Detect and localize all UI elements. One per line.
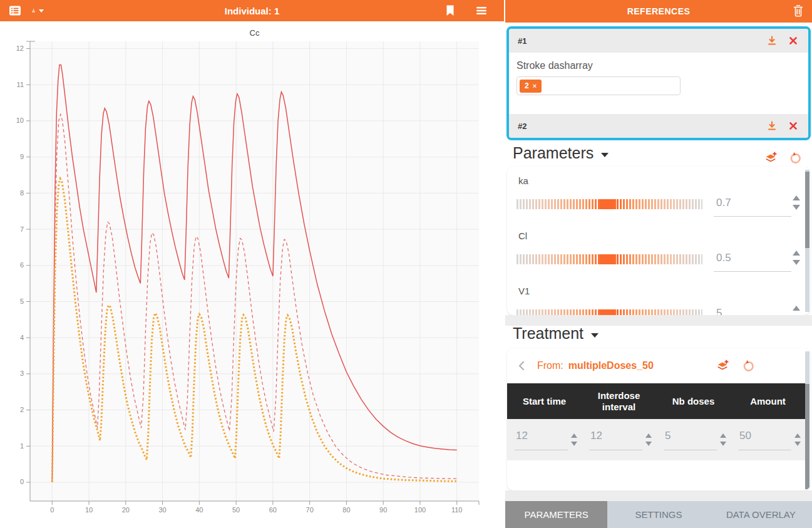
section-divider — [505, 490, 812, 501]
treatment-from-row: From: multipleDoses_50 — [507, 348, 810, 383]
treatment-scrollbar-thumb[interactable] — [805, 384, 809, 489]
reference-item-2-header[interactable]: #2 — [509, 114, 808, 138]
treatment-title: Treatment — [513, 324, 583, 343]
bottom-tabs: PARAMETERS SETTINGS DATA OVERLAY — [505, 501, 812, 528]
param-v1-value-field[interactable]: 5 — [714, 304, 791, 315]
concentration-chart: 0102030405060708090100110012345678910111… — [0, 0, 505, 528]
svg-text:60: 60 — [269, 506, 277, 514]
start-time-spinner[interactable] — [571, 433, 577, 446]
trash-icon[interactable] — [792, 4, 804, 17]
reference-item-1-header[interactable]: #1 — [509, 29, 808, 53]
param-ka-label: ka — [518, 175, 528, 186]
from-label: From: — [537, 360, 563, 371]
treatment-table-row: 12 12 5 50 — [507, 419, 805, 460]
treatment-source-name[interactable]: multipleDoses_50 — [568, 360, 654, 371]
svg-text:0: 0 — [50, 506, 54, 514]
svg-text:4: 4 — [20, 334, 24, 341]
param-cl-spinner[interactable] — [793, 251, 800, 265]
parameters-reset-icon[interactable] — [789, 152, 802, 164]
param-cl-slider-handle[interactable] — [600, 254, 616, 264]
column-amount: Amount — [731, 383, 805, 419]
tab-data-overlay[interactable]: DATA OVERLAY — [710, 501, 812, 528]
parameters-scrollbar[interactable] — [805, 170, 809, 312]
treatment-scrollbar[interactable] — [805, 351, 809, 487]
param-ka-slider[interactable] — [516, 199, 702, 209]
param-row-v1: V1 5 — [507, 277, 810, 315]
menu-icon[interactable] — [475, 4, 488, 17]
param-ka-spinner[interactable] — [793, 195, 800, 210]
svg-text:110: 110 — [451, 506, 463, 514]
spin-up-icon[interactable] — [793, 251, 800, 256]
tab-settings[interactable]: SETTINGS — [607, 501, 709, 528]
svg-text:5: 5 — [20, 298, 24, 305]
bookmark-icon[interactable] — [444, 4, 456, 17]
param-cl-label: Cl — [518, 230, 527, 241]
reference-2-close-icon[interactable] — [787, 120, 799, 132]
param-cl-value-field[interactable]: 0.5 — [714, 249, 791, 272]
chart-panel: 0102030405060708090100110012345678910111… — [0, 0, 505, 528]
treatment-table-header: Start time Interdose interval Nb doses A… — [507, 383, 805, 419]
svg-text:70: 70 — [306, 506, 314, 514]
spin-up-icon[interactable] — [793, 195, 800, 200]
svg-text:7: 7 — [20, 225, 24, 233]
svg-text:10: 10 — [85, 506, 93, 514]
download-chart-button[interactable] — [31, 4, 44, 17]
nb-doses-spinner[interactable] — [720, 433, 726, 446]
svg-text:3: 3 — [20, 370, 24, 377]
amount-spinner[interactable] — [794, 433, 801, 446]
param-cl-slider[interactable] — [516, 254, 702, 264]
spin-down-icon[interactable] — [793, 260, 800, 265]
param-ka-value-field[interactable]: 0.7 — [714, 194, 791, 217]
svg-text:100: 100 — [414, 506, 426, 514]
treatment-section-toggle[interactable]: Treatment — [513, 324, 599, 343]
dasharray-tag-value: 2 — [525, 81, 529, 90]
download-caret-icon — [39, 9, 44, 13]
param-v1-slider-handle[interactable] — [600, 309, 616, 315]
reference-1-download-icon[interactable] — [766, 34, 778, 47]
svg-text:9: 9 — [20, 153, 24, 160]
stroke-dasharray-input[interactable]: 2 × — [516, 76, 681, 95]
reference-1-id: #1 — [518, 36, 527, 46]
parameters-caret-icon — [601, 153, 609, 157]
previous-treatment-icon[interactable] — [517, 360, 526, 371]
stroke-dasharray-label: Stroke dasharray — [516, 60, 801, 71]
svg-text:6: 6 — [20, 261, 24, 269]
dasharray-tag-remove-icon[interactable]: × — [533, 83, 537, 90]
amount-field[interactable]: 50 — [738, 430, 791, 450]
parameters-card: ka 0.7 Cl 0.5 V1 5 — [507, 167, 810, 315]
column-interdose-interval: Interdose interval — [582, 383, 656, 419]
references-title: REFERENCES — [627, 6, 691, 16]
treatment-caret-icon — [591, 333, 599, 338]
interdose-interval-field[interactable]: 12 — [589, 430, 642, 450]
parameters-scrollbar-thumb[interactable] — [805, 172, 809, 248]
parameters-section-toggle[interactable]: Parameters — [513, 144, 609, 162]
param-v1-spinner[interactable] — [793, 306, 800, 315]
nb-doses-field[interactable]: 5 — [664, 430, 717, 450]
reference-1-body: Stroke dasharray 2 × — [509, 53, 808, 114]
reference-2-id: #2 — [518, 122, 527, 131]
reference-1-close-icon[interactable] — [787, 34, 799, 47]
svg-text:Cc: Cc — [250, 28, 260, 38]
parameters-add-reference-icon[interactable] — [764, 152, 777, 164]
app-window: 0102030405060708090100110012345678910111… — [0, 0, 812, 528]
spin-down-icon[interactable] — [793, 205, 800, 210]
svg-text:12: 12 — [16, 44, 24, 52]
treatment-add-reference-icon[interactable] — [716, 360, 729, 372]
svg-text:10: 10 — [16, 116, 24, 124]
column-nb-doses: Nb doses — [656, 383, 731, 419]
references-header: REFERENCES — [505, 0, 812, 23]
spin-up-icon[interactable] — [793, 306, 800, 311]
column-start-time: Start time — [507, 383, 582, 419]
param-ka-slider-handle[interactable] — [600, 199, 616, 209]
svg-text:40: 40 — [195, 506, 203, 514]
svg-text:8: 8 — [20, 189, 24, 197]
tab-parameters[interactable]: PARAMETERS — [505, 501, 607, 528]
param-v1-slider[interactable] — [516, 309, 702, 315]
reference-2-download-icon[interactable] — [766, 120, 778, 132]
start-time-field[interactable]: 12 — [515, 430, 568, 450]
param-row-ka: ka 0.7 — [507, 167, 810, 222]
treatment-reset-icon[interactable] — [743, 360, 755, 372]
legend-list-icon[interactable] — [9, 4, 21, 17]
interdose-interval-spinner[interactable] — [645, 433, 652, 446]
svg-text:1: 1 — [20, 442, 24, 450]
